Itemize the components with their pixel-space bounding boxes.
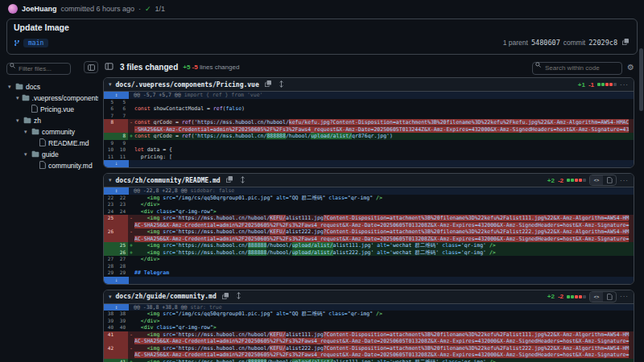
copy-path-button[interactable] — [221, 293, 230, 301]
old-line-number: 38 — [104, 311, 116, 318]
code-line — [134, 263, 634, 270]
sidebar-item-community[interactable]: ▾community — [6, 126, 98, 138]
sidebar-item-readme-md[interactable]: README.md — [6, 138, 98, 149]
tree-item-label: guide — [42, 150, 59, 158]
expand-all-button[interactable] — [234, 292, 243, 301]
new-line-number: 40 — [116, 324, 128, 331]
sidebar-item-pricing-vue[interactable]: Pricing.vue — [6, 104, 98, 115]
diffstat-block — [609, 83, 613, 86]
commit-topbar: JoeHuang committed 6 hours ago · ✓ 1/1 — [0, 0, 644, 17]
file-header: ▾docs/.vuepress/components/Pricing.vue+1… — [104, 78, 634, 92]
sidebar-item-guide[interactable]: ▾guide — [6, 149, 98, 160]
old-line-number: 40 — [104, 324, 116, 331]
rich-view-button[interactable] — [603, 292, 616, 302]
file-path[interactable]: docs/.vuepress/components/Pricing.vue — [116, 81, 259, 88]
view-toggle: <> — [589, 175, 617, 186]
collapse-file-tree-button[interactable] — [84, 61, 98, 73]
code-line: <img src='https://mss.hubool.cn/hubool/K… — [134, 228, 634, 242]
sidebar-item-community-md[interactable]: community.md — [6, 160, 98, 171]
file-options-button[interactable]: ··· — [620, 177, 629, 184]
diff-marker — [128, 318, 134, 325]
diff-marker — [128, 269, 134, 277]
expand-hunk-button[interactable]: ↕ — [104, 92, 129, 99]
diff-marker — [128, 195, 134, 202]
chevron-down-icon: ▾ — [24, 151, 29, 158]
file-options-button[interactable]: ··· — [620, 293, 629, 300]
collapse-file-button[interactable]: ▾ — [109, 294, 112, 300]
new-line-number — [116, 119, 128, 133]
sidebar-item-zh[interactable]: ▾zh — [6, 115, 98, 126]
diff-marker: - — [128, 119, 134, 133]
collapse-file-button[interactable]: ▾ — [109, 177, 112, 183]
file-options-button[interactable]: ··· — [620, 81, 629, 88]
diff-row-ctx: 1010let data = { — [104, 146, 634, 154]
diff-row-del: 26- <img src='https://mss.hubool.cn/hubo… — [104, 228, 634, 242]
old-line-number: 22 — [104, 195, 116, 202]
new-line-number: 23 — [116, 201, 128, 208]
expand-hunk-button[interactable]: ↕ — [104, 187, 129, 195]
deletions-count: -5 — [192, 64, 198, 71]
diff-row-ctx: 2727 </div> — [104, 256, 634, 263]
file-additions: +1 — [578, 81, 585, 88]
search-within-code-input[interactable] — [532, 62, 622, 75]
source-view-button[interactable]: <> — [590, 292, 603, 302]
expand-all-button[interactable] — [238, 176, 247, 185]
file-diff-panel: ▾docs/zh/guide/community.md+2-2<>···↕@@ … — [103, 290, 634, 362]
file-tree-sidebar: ▾docs▾.vuepress/componentsPricing.vue▾zh… — [6, 60, 98, 362]
copy-path-button[interactable] — [225, 176, 234, 184]
copy-path-button[interactable] — [263, 80, 273, 88]
code-line: <img src='https://mss.hubool.cn/hubool/K… — [134, 331, 634, 345]
diff-marker — [128, 146, 134, 154]
diff-row-ctx: 55 — [104, 99, 634, 106]
lines-changed-label: lines changed — [200, 64, 239, 71]
old-line-number — [104, 359, 116, 362]
expand-down-button[interactable]: ↓ — [104, 277, 129, 284]
rich-diff-icon — [607, 177, 613, 183]
copy-icon — [226, 176, 233, 183]
diff-table: ↕@@ -38,8 +38,8 @@ star: true3838 <img s… — [104, 304, 634, 362]
toggle-file-tree-button[interactable] — [103, 63, 115, 72]
tree-item-label: community.md — [48, 162, 93, 170]
diff-marker — [128, 105, 134, 113]
expand-down-button[interactable]: ↓ — [104, 160, 129, 167]
rich-view-button[interactable] — [603, 175, 616, 185]
chevron-down-icon: ▾ — [24, 129, 29, 135]
old-line-number — [104, 249, 116, 257]
new-line-number: 24 — [116, 208, 128, 216]
code-line: let data = { — [134, 146, 634, 154]
file-path[interactable]: docs/zh/community/README.md — [116, 177, 221, 184]
file-path[interactable]: docs/zh/guide/community.md — [116, 293, 217, 300]
copy-commit-sha-button[interactable] — [621, 39, 630, 47]
new-line-number: 29 — [116, 269, 128, 277]
new-line-number: 25 — [116, 242, 128, 249]
new-line-number: 9 — [116, 140, 128, 147]
code-line — [134, 140, 634, 147]
new-line-number: 38 — [116, 311, 128, 318]
filter-files-input[interactable] — [6, 63, 71, 75]
expand-all-button[interactable] — [277, 80, 286, 89]
tree-item-label: docs — [26, 83, 40, 91]
collapse-file-button[interactable]: ▾ — [109, 81, 112, 88]
diffstat-block — [567, 179, 570, 182]
checks-count[interactable]: 1/1 — [155, 5, 166, 13]
parent-hash-link[interactable]: 5480607 — [531, 39, 560, 47]
diffstat-block — [601, 83, 605, 86]
page-scrollbar-thumb[interactable] — [639, 48, 643, 111]
branch-badge[interactable]: main — [23, 39, 48, 47]
diff-row-ctx: 3838 <img src="/img/cs/qq50qrgroup01.pic… — [104, 311, 634, 318]
commit-author[interactable]: JoeHuang — [22, 5, 57, 13]
expand-hunk-button[interactable]: ↕ — [104, 304, 129, 311]
copy-icon — [265, 80, 271, 87]
sidebar-item-docs[interactable]: ▾docs — [6, 81, 98, 93]
code-line: </div> — [134, 201, 634, 208]
expand-diff-icon — [279, 80, 284, 88]
diff-marker: + — [128, 242, 134, 249]
new-line-number — [116, 215, 128, 228]
files-changed-count: 3 files changed — [120, 63, 178, 72]
diff-settings-button[interactable]: ⚙ — [627, 63, 634, 72]
file-icon — [39, 161, 46, 169]
code-line: <div class="qr-img-row"> — [134, 324, 634, 331]
avatar[interactable] — [8, 4, 18, 14]
sidebar-item--vuepress-components[interactable]: ▾.vuepress/components — [6, 93, 98, 104]
source-view-button[interactable]: <> — [590, 175, 603, 185]
